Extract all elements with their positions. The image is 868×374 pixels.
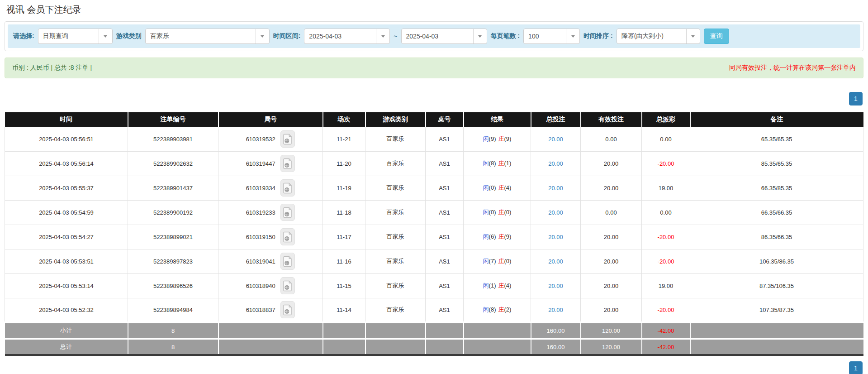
cell-bet-id: 522389896526 — [128, 273, 218, 298]
total-bet-link[interactable]: 20.00 — [548, 136, 563, 143]
cell-remark: 65.35/65.35 — [690, 127, 863, 151]
game-type-value: 百家乐 — [146, 32, 174, 40]
pagination-page-button[interactable]: 1 — [849, 92, 863, 105]
summary-count: 8 — [128, 339, 218, 355]
cell-payout: -20.00 — [642, 249, 690, 273]
table-row: 2025-04-03 05:52:32522389894984610318837… — [5, 298, 863, 322]
cell-round-id: 610319532 — [218, 127, 323, 151]
result-banker-points: (9) — [504, 135, 512, 142]
page: 视讯 会员下注纪录 请选择: 日期查询 游戏类别 百家乐 时间区间: 2025-… — [0, 4, 868, 374]
date-to-value: 2025-04-03 — [402, 33, 443, 40]
result-banker-points: (0) — [504, 209, 512, 216]
total-bet-link[interactable]: 20.00 — [548, 160, 563, 167]
summary-empty-cell — [365, 339, 426, 355]
cell-game-type: 百家乐 — [365, 273, 426, 298]
summary-count: 8 — [128, 322, 218, 339]
cell-table-no: AS1 — [426, 298, 464, 322]
cell-payout: -20.00 — [642, 151, 690, 176]
game-type-select[interactable]: 百家乐 — [145, 29, 270, 44]
total-bet-link[interactable]: 20.00 — [548, 209, 563, 216]
video-record-icon[interactable] — [280, 228, 295, 245]
cell-bet-id: 522389900192 — [128, 200, 218, 225]
cell-table-no: AS1 — [426, 273, 464, 298]
column-header: 注单编号 — [128, 112, 218, 127]
time-sort-value: 降幂(由大到小) — [617, 32, 668, 40]
cell-session: 11-21 — [323, 127, 365, 151]
summary-valid-bet: 120.00 — [581, 322, 642, 339]
result-player-points: (1) — [489, 282, 496, 289]
cell-game-type: 百家乐 — [365, 298, 426, 322]
cell-time: 2025-04-03 05:52:32 — [5, 298, 128, 322]
summary-empty-cell — [365, 322, 426, 339]
video-record-icon[interactable] — [280, 179, 295, 197]
column-header: 场次 — [323, 112, 365, 127]
cell-time: 2025-04-03 05:54:27 — [5, 225, 128, 249]
cell-time: 2025-04-03 05:54:59 — [5, 200, 128, 225]
video-record-icon[interactable] — [280, 130, 295, 148]
round-id-text: 610318940 — [246, 283, 275, 289]
total-bet-link[interactable]: 20.00 — [548, 307, 563, 313]
video-record-icon[interactable] — [280, 253, 295, 270]
summary-label: 小计 — [5, 322, 128, 339]
cell-valid-bet: 20.00 — [581, 151, 642, 176]
column-header: 游戏类别 — [365, 112, 426, 127]
summary-total-bet: 160.00 — [531, 322, 581, 339]
result-player-points: (6) — [489, 233, 496, 240]
result-banker-points: (1) — [504, 160, 512, 167]
cell-result: 闲(7)庄(0) — [464, 249, 531, 273]
pagination-page-button[interactable]: 1 — [849, 361, 863, 374]
result-player-label: 闲 — [483, 282, 489, 289]
time-sort-select[interactable]: 降幂(由大到小) — [617, 29, 700, 44]
cell-round-id: 610319041 — [218, 249, 323, 273]
cell-time: 2025-04-03 05:53:14 — [5, 273, 128, 298]
video-record-icon[interactable] — [280, 204, 295, 221]
cell-result: 闲(0)庄(4) — [464, 176, 531, 200]
summary-valid-bet: 120.00 — [581, 339, 642, 355]
chevron-down-icon — [686, 29, 700, 43]
summary-empty-cell — [426, 339, 464, 355]
table-body: 2025-04-03 05:56:51522389903981610319532… — [5, 127, 863, 355]
page-size-select[interactable]: 100 — [523, 29, 580, 44]
video-record-icon[interactable] — [280, 155, 295, 172]
summary-empty-cell — [218, 322, 323, 339]
result-banker-label: 庄 — [498, 209, 504, 216]
cell-valid-bet: 0.00 — [581, 127, 642, 151]
search-button[interactable]: 查询 — [704, 29, 729, 44]
cell-session: 11-19 — [323, 176, 365, 200]
total-bet-link[interactable]: 20.00 — [548, 283, 563, 289]
total-bet-link[interactable]: 20.00 — [548, 234, 563, 240]
cell-table-no: AS1 — [426, 200, 464, 225]
result-banker-label: 庄 — [498, 306, 504, 313]
summary-empty-cell — [464, 322, 531, 339]
cell-total-bet: 20.00 — [531, 298, 581, 322]
result-player-label: 闲 — [483, 233, 489, 240]
cell-table-no: AS1 — [426, 127, 464, 151]
cell-bet-id: 522389901437 — [128, 176, 218, 200]
cell-round-id: 610319447 — [218, 151, 323, 176]
date-to-select[interactable]: 2025-04-03 — [401, 29, 487, 44]
summary-row: 小计8160.00120.00-42.00 — [5, 322, 863, 339]
cell-remark: 87.35/106.35 — [690, 273, 863, 298]
result-banker-label: 庄 — [498, 282, 504, 289]
date-from-select[interactable]: 2025-04-03 — [304, 29, 390, 44]
table-row: 2025-04-03 05:54:27522389899021610319150… — [5, 225, 863, 249]
cell-valid-bet: 0.00 — [581, 200, 642, 225]
cell-payout: 19.00 — [642, 176, 690, 200]
cell-valid-bet: 20.00 — [581, 298, 642, 322]
result-player-points: (9) — [489, 135, 496, 142]
cell-remark: 85.35/65.35 — [690, 151, 863, 176]
column-header: 局号 — [218, 112, 323, 127]
summary-empty-cell — [426, 322, 464, 339]
query-type-select[interactable]: 日期查询 — [38, 29, 113, 44]
game-type-label: 游戏类别 — [116, 32, 142, 40]
cell-bet-id: 522389903981 — [128, 127, 218, 151]
cell-result: 闲(6)庄(9) — [464, 225, 531, 249]
cell-game-type: 百家乐 — [365, 225, 426, 249]
video-record-icon[interactable] — [280, 277, 295, 294]
page-size-value: 100 — [524, 33, 543, 40]
pagination-top: 1 — [5, 92, 863, 105]
filter-bar: 请选择: 日期查询 游戏类别 百家乐 时间区间: 2025-04-03 ~ 20… — [8, 24, 860, 48]
total-bet-link[interactable]: 20.00 — [548, 258, 563, 265]
video-record-icon[interactable] — [280, 301, 295, 318]
total-bet-link[interactable]: 20.00 — [548, 185, 563, 192]
